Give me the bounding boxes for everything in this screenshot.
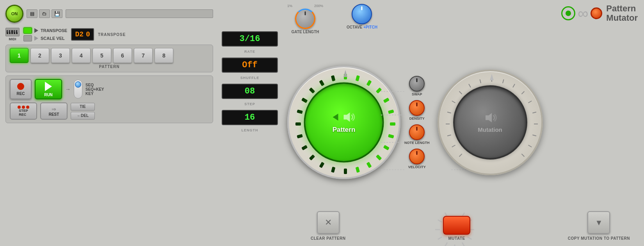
rec-button[interactable]: REC: [10, 79, 32, 99]
svg-line-57: [502, 79, 503, 83]
transport-section: REC RUN → SEQ SEQ+KEY KEY: [5, 75, 213, 123]
pattern-btn-2[interactable]: 2: [30, 48, 49, 63]
middle-knobs-column: SWAP DENSITY NOTE LENGTH: [404, 76, 430, 169]
new-icon[interactable]: ▤: [27, 9, 37, 18]
svg-marker-37: [343, 70, 347, 77]
pattern-btn-6[interactable]: 6: [113, 48, 132, 63]
svg-line-59: [521, 91, 524, 94]
svg-rect-27: [319, 162, 325, 168]
svg-line-78: [438, 220, 442, 222]
gate-max-label: 200%: [314, 4, 323, 8]
rate-value: 3/16: [226, 34, 274, 44]
midi-label: MIDI: [9, 37, 16, 41]
main-dials-row: Pattern: [287, 37, 638, 207]
svg-line-52: [452, 101, 455, 103]
scale-vel-label: SCALE VEL: [41, 36, 65, 41]
density-knob-group: DENSITY: [409, 100, 425, 120]
gate-min-label: 1%: [287, 4, 292, 8]
octave-pitch-knob[interactable]: [352, 4, 372, 24]
svg-rect-35: [319, 80, 325, 86]
del-button[interactable]: ←DEL: [71, 112, 95, 120]
pattern-btn-8[interactable]: 8: [155, 48, 173, 63]
seq-toggle[interactable]: [74, 80, 82, 99]
length-display[interactable]: 16: [222, 110, 278, 125]
transpose-section-label: TRANSPOSE: [98, 32, 126, 37]
on-button[interactable]: ON: [5, 5, 23, 23]
pattern-dial-speaker-icon: [341, 111, 355, 124]
svg-marker-67: [486, 113, 492, 122]
svg-rect-7: [15, 30, 16, 32]
step-rec-label: STEPREC: [19, 109, 28, 117]
rest-arrow-icon: ⇒: [52, 106, 56, 112]
svg-rect-33: [301, 97, 308, 103]
note-length-knob-group: NOTE LENGTH: [404, 124, 430, 145]
rate-label: RATE: [222, 50, 278, 54]
step-rec-button[interactable]: STEPREC: [10, 102, 37, 120]
shuffle-display[interactable]: Off: [222, 57, 278, 73]
svg-line-61: [532, 112, 536, 113]
svg-rect-18: [388, 110, 394, 114]
right-panel: 1% 200% GATE LENGTH OCTAVE +PITCH: [281, 0, 644, 246]
pattern-btn-1[interactable]: 1: [10, 48, 28, 63]
step-value: 08: [226, 86, 274, 96]
rec-dot-icon: [17, 83, 24, 90]
pattern-btn-4[interactable]: 4: [72, 48, 91, 63]
mutate-button[interactable]: [443, 216, 470, 235]
brand-title: Pattern Mutator: [606, 4, 638, 23]
center-panel: 3/16 RATE Off SHUFFLE 08 STEP 16 LENGTH: [219, 0, 281, 246]
svg-line-73: [462, 242, 464, 246]
octave-label: OCTAVE: [347, 25, 362, 29]
run-button[interactable]: RUN: [35, 79, 62, 99]
svg-rect-16: [376, 87, 382, 93]
step-display[interactable]: 08: [222, 84, 278, 99]
svg-rect-24: [356, 167, 360, 173]
svg-rect-15: [366, 80, 372, 86]
svg-line-76: [438, 237, 442, 239]
transpose-led[interactable]: [23, 27, 32, 34]
svg-line-55: [480, 79, 481, 83]
copy-mutation-button[interactable]: ▼: [587, 211, 610, 234]
note-length-knob[interactable]: [409, 124, 425, 140]
clear-pattern-button[interactable]: ✕: [317, 211, 340, 234]
brand-line2: Mutator: [606, 13, 638, 23]
mutation-dial-speaker-icon: [483, 111, 497, 124]
pattern-btn-3[interactable]: 3: [51, 48, 70, 63]
tie-button[interactable]: TIE: [71, 103, 95, 111]
svg-rect-20: [388, 134, 394, 138]
svg-line-48: [452, 145, 455, 147]
mutation-dial-inner[interactable]: Mutation: [453, 85, 527, 160]
svg-rect-36: [331, 75, 335, 81]
open-icon[interactable]: 🗀: [39, 9, 50, 18]
svg-line-58: [513, 84, 515, 87]
swap-knob[interactable]: [409, 76, 425, 92]
run-label: RUN: [44, 93, 53, 97]
rate-display[interactable]: 3/16: [222, 31, 278, 47]
bottom-buttons-row: ✕ CLEAR PATTERN: [287, 207, 638, 242]
svg-rect-31: [295, 122, 301, 126]
octave-pitch-group: OCTAVE +PITCH: [347, 4, 377, 29]
pattern-buttons: 1 2 3 4 5 6 7 8: [10, 48, 209, 63]
velocity-knob[interactable]: [409, 149, 425, 164]
key-label: KEY: [85, 92, 104, 96]
pattern-dial[interactable]: Pattern: [287, 66, 400, 179]
scale-vel-led[interactable]: [23, 35, 32, 41]
midi-row: MIDI TRANSPOSE SCALE VEL D2: [5, 27, 213, 41]
mutation-dial[interactable]: Mutation: [438, 70, 543, 175]
pattern-dial-area: Pattern: [287, 66, 400, 179]
pattern-btn-7[interactable]: 7: [134, 48, 153, 63]
gate-length-knob[interactable]: [295, 9, 315, 29]
density-knob[interactable]: [409, 100, 425, 116]
transpose-controls: TRANSPOSE SCALE VEL: [23, 27, 67, 41]
svg-line-63: [532, 135, 536, 136]
tie-del-group: TIE ←DEL: [71, 103, 95, 120]
step-label: STEP: [222, 102, 278, 106]
svg-line-53: [459, 91, 462, 94]
rest-button[interactable]: ⇒ REST: [40, 102, 68, 120]
seq-label: SEQ: [85, 83, 104, 87]
midi-box: MIDI: [5, 28, 20, 41]
pattern-dial-inner[interactable]: Pattern: [304, 82, 384, 162]
pattern-btn-5[interactable]: 5: [93, 48, 111, 63]
svg-line-51: [447, 112, 451, 113]
brand-area: ∞ Pattern Mutator: [561, 4, 638, 23]
save-icon[interactable]: 💾: [52, 9, 62, 18]
